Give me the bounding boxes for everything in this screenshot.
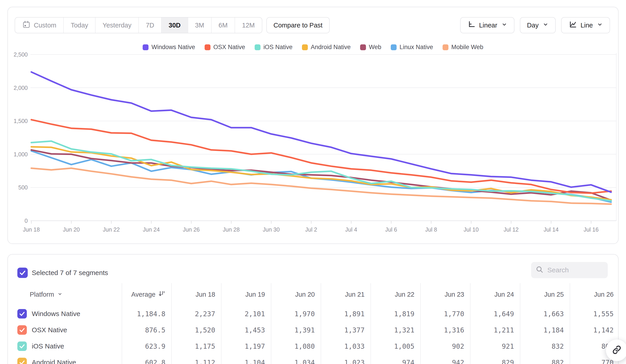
chart-type-dropdown[interactable]: Line: [561, 17, 610, 33]
legend-item-web[interactable]: Web: [360, 44, 381, 51]
segment-checkbox[interactable]: [17, 358, 27, 364]
y-axis-tick-label: 500: [18, 184, 28, 190]
value-cell: 1,184.8: [122, 306, 171, 322]
chevron-down-icon: [543, 22, 548, 29]
value-cell: 1,211: [470, 322, 520, 338]
column-header-jun-22[interactable]: Jun 22: [371, 283, 420, 306]
legend-item-linux-native[interactable]: Linux Native: [391, 44, 433, 51]
range-option-label: 30D: [169, 22, 181, 29]
link-icon: [612, 345, 622, 356]
column-header-jun-25[interactable]: Jun 25: [520, 283, 570, 306]
value-cell: 1,005: [371, 338, 420, 354]
legend-swatch: [302, 44, 308, 50]
column-header-label: Jun 19: [245, 291, 265, 298]
column-jun-24: Jun 241,6491,211921829: [470, 283, 520, 364]
range-option-yesterday[interactable]: Yesterday: [95, 18, 138, 33]
chevron-down-icon: [57, 291, 63, 298]
platform-header-label: Platform: [30, 291, 54, 298]
x-axis-tick-label: Jun 18: [23, 226, 40, 233]
column-header-label: Jun 21: [345, 291, 365, 298]
value-cell: 1,316: [421, 322, 470, 338]
platform-column-header[interactable]: Platform: [8, 283, 122, 306]
range-option-7d[interactable]: 7D: [138, 18, 161, 33]
compare-to-past-button[interactable]: Compare to Past: [266, 17, 330, 33]
line-chart-canvas[interactable]: 05001,0001,5002,0002,500Jun 18Jun 20Jun …: [8, 51, 618, 242]
column-header-jun-18[interactable]: Jun 18: [172, 283, 221, 306]
column-header-average[interactable]: Average: [122, 283, 171, 306]
legend-item-osx-native[interactable]: OSX Native: [205, 44, 245, 51]
platform-row-osx-native[interactable]: OSX Native: [8, 322, 122, 338]
platform-row-android-native[interactable]: Android Native: [8, 354, 122, 364]
range-option-label: 7D: [146, 22, 154, 29]
platform-row-windows-native[interactable]: Windows Native: [8, 306, 122, 322]
value-cell: 1,104: [222, 354, 271, 364]
series-line-linux-native[interactable]: [31, 151, 611, 202]
calendar-icon: [22, 20, 31, 30]
segment-checkbox[interactable]: [17, 325, 27, 335]
y-axis-tick-label: 1,000: [13, 151, 28, 157]
y-axis-tick-label: 0: [25, 218, 28, 224]
copy-link-button[interactable]: [606, 339, 626, 361]
chart-card: CustomTodayYesterday7D30D3M6M12M Compare…: [7, 7, 619, 244]
value-cell: 1,142: [570, 322, 618, 338]
series-line-mobile-web[interactable]: [31, 168, 611, 204]
select-all-checkbox[interactable]: [17, 268, 28, 278]
legend-label: OSX Native: [213, 44, 245, 51]
scale-dropdown[interactable]: Linear: [460, 17, 514, 33]
value-cell: 1,112: [172, 354, 221, 364]
search-input[interactable]: [547, 266, 603, 274]
segment-checkbox[interactable]: [17, 341, 27, 351]
x-axis-tick-label: Jul 14: [544, 226, 559, 233]
legend-item-windows-native[interactable]: Windows Native: [143, 44, 195, 51]
legend-item-mobile-web[interactable]: Mobile Web: [443, 44, 483, 51]
column-jun-22: Jun 221,8191,3211,005974: [370, 283, 420, 364]
scale-dropdown-label: Linear: [479, 22, 497, 29]
legend-swatch: [443, 44, 448, 50]
column-header-jun-26[interactable]: Jun 26: [570, 283, 618, 306]
legend-item-android-native[interactable]: Android Native: [302, 44, 351, 51]
y-axis-tick-label: 1,500: [13, 118, 28, 124]
compare-to-past-label: Compare to Past: [274, 22, 323, 29]
interval-dropdown[interactable]: Day: [520, 17, 556, 33]
segment-checkbox[interactable]: [17, 309, 27, 319]
interval-dropdown-label: Day: [527, 22, 539, 29]
legend-label: Linux Native: [399, 44, 433, 51]
column-header-label: Jun 24: [494, 291, 514, 298]
value-cell: 1,663: [520, 306, 570, 322]
segment-label: Android Native: [32, 359, 76, 364]
legend-label: Mobile Web: [451, 44, 483, 51]
search-box: [531, 262, 608, 278]
range-option-today[interactable]: Today: [63, 18, 95, 33]
column-header-jun-21[interactable]: Jun 21: [321, 283, 370, 306]
value-cell: 1,175: [172, 338, 221, 354]
x-axis-tick-label: Jun 22: [103, 226, 120, 233]
value-cell: 623.9: [122, 338, 171, 354]
value-cell: 1,197: [222, 338, 271, 354]
platform-row-ios-native[interactable]: iOS Native: [8, 338, 122, 354]
x-axis-tick-label: Jun 20: [63, 226, 80, 233]
value-cell: 1,023: [321, 354, 370, 364]
series-line-ios-native[interactable]: [31, 141, 611, 201]
column-header-jun-20[interactable]: Jun 20: [271, 283, 321, 306]
column-header-jun-19[interactable]: Jun 19: [222, 283, 271, 306]
value-cell: 921: [470, 338, 520, 354]
range-option-6m[interactable]: 6M: [211, 18, 235, 33]
column-header-jun-23[interactable]: Jun 23: [421, 283, 470, 306]
linear-scale-icon: [467, 21, 475, 30]
column-header-jun-24[interactable]: Jun 24: [470, 283, 520, 306]
value-cell: 1,555: [570, 306, 618, 322]
range-option-12m[interactable]: 12M: [235, 18, 262, 33]
value-cell: 829: [470, 354, 520, 364]
range-option-custom[interactable]: Custom: [15, 18, 63, 33]
chart-type-dropdown-label: Line: [581, 22, 593, 29]
range-option-3m[interactable]: 3M: [188, 18, 211, 33]
segments-summary-label: Selected 7 of 7 segments: [32, 269, 108, 277]
chevron-down-icon: [501, 22, 507, 29]
value-cell: 882: [520, 354, 570, 364]
x-axis-tick-label: Jun 24: [143, 226, 160, 233]
value-cell: 1,377: [321, 322, 370, 338]
range-option-30d[interactable]: 30D: [161, 18, 188, 33]
x-axis-tick-label: Jul 2: [305, 226, 317, 233]
legend-item-ios-native[interactable]: iOS Native: [255, 44, 292, 51]
legend-swatch: [391, 44, 397, 50]
